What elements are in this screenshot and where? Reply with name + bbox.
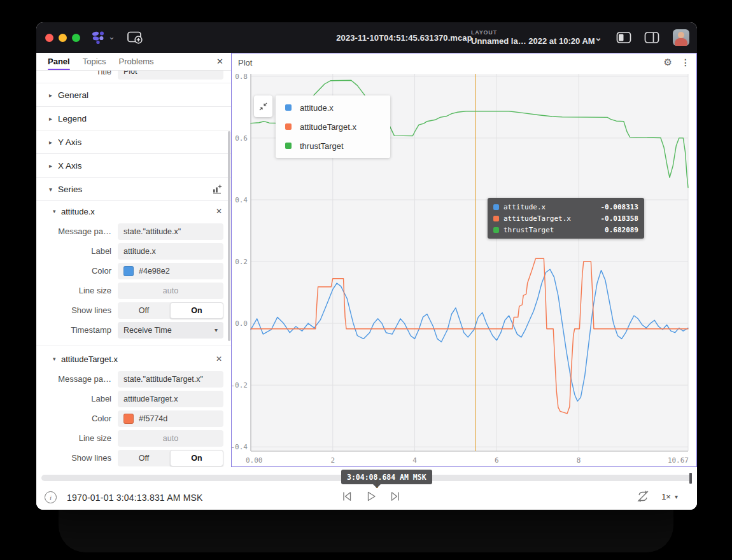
speed-value: 1× <box>661 492 671 501</box>
legend-item-attitude-target-x[interactable]: attitudeTarget.x <box>276 117 390 136</box>
line-size-label: Line size <box>36 286 118 295</box>
current-timestamp[interactable]: 1970-01-01 3:04:13.831 AM MSK <box>67 493 203 503</box>
section-x-axis[interactable]: ▸ X Axis <box>36 154 231 178</box>
svg-text:-0.4: -0.4 <box>232 443 248 451</box>
legend-item-thrust-target[interactable]: thrustTarget <box>276 136 390 155</box>
section-x-axis-label: X Axis <box>58 161 82 171</box>
chart-area: 0.80.60.40.20.0-0.2-0.40.00246810.67 att… <box>232 71 696 466</box>
tab-topics[interactable]: Topics <box>83 53 106 70</box>
scrubber-playhead-marker[interactable] <box>689 473 692 484</box>
panel-settings-gear-icon[interactable]: ⚙ <box>664 57 672 68</box>
sidebar-close-icon[interactable]: ✕ <box>216 57 223 66</box>
tab-panel[interactable]: Panel <box>48 53 70 70</box>
close-window-button[interactable] <box>45 34 53 42</box>
legend-item-attitude-x[interactable]: attitude.x <box>276 98 390 117</box>
line-size-input[interactable]: auto <box>118 430 223 447</box>
series-color-input[interactable]: #f5774d <box>118 410 223 427</box>
series-label-input[interactable]: attitudeTarget.x <box>118 391 223 407</box>
section-y-axis-label: Y Axis <box>58 137 81 147</box>
foxglove-logo-icon[interactable] <box>90 31 107 45</box>
section-legend-label: Legend <box>58 114 87 123</box>
message-path-input[interactable]: state."attitudeTarget.x" <box>118 371 223 388</box>
remove-series-icon[interactable]: ✕ <box>216 354 222 363</box>
legend-label: thrustTarget <box>300 141 344 151</box>
layout-selector[interactable]: LAYOUT Unnamed la… 2022 at 10:20 AM <box>471 29 605 46</box>
play-button[interactable] <box>365 490 377 503</box>
show-lines-off[interactable]: Off <box>118 450 170 466</box>
left-sidebar-toggle-icon[interactable] <box>616 31 632 45</box>
user-avatar[interactable] <box>673 29 689 46</box>
seek-forward-button[interactable] <box>389 490 402 503</box>
tooltip-swatch <box>493 216 499 221</box>
zoom-window-button[interactable] <box>72 34 80 42</box>
legend-label: attitude.x <box>300 103 334 113</box>
section-general[interactable]: ▸ General <box>36 83 231 107</box>
remove-series-icon[interactable]: ✕ <box>216 207 222 216</box>
plot-panel-header[interactable]: Plot ⚙ ⋮ <box>232 53 696 71</box>
show-lines-label: Show lines <box>36 305 118 315</box>
line-size-input[interactable]: auto <box>118 283 223 299</box>
show-lines-off[interactable]: Off <box>118 302 170 319</box>
timestamp-value: Receive Time <box>123 326 172 335</box>
caret-right-icon: ▸ <box>49 139 58 146</box>
sidebar-scrollbar[interactable] <box>228 131 230 341</box>
playback-speed-select[interactable]: 1× ▾ <box>661 492 678 501</box>
settings-sidebar: Panel Topics Problems ✕ Title Plot ▸ Gen… <box>36 53 231 467</box>
color-swatch[interactable] <box>123 414 134 424</box>
svg-text:-0.2: -0.2 <box>232 381 248 389</box>
series-header-attitude-target-x[interactable]: ▾ attitudeTarget.x ✕ <box>36 349 231 369</box>
traffic-lights <box>45 34 80 42</box>
caret-down-icon: ▾ <box>53 208 61 214</box>
info-icon[interactable]: i <box>45 491 57 503</box>
label-label: Label <box>36 246 118 256</box>
legend-collapse-button[interactable] <box>254 95 272 117</box>
plot-legend: attitude.x attitudeTarget.x thrustTarget <box>276 95 390 158</box>
color-swatch[interactable] <box>123 266 134 276</box>
series-color-input[interactable]: #4e98e2 <box>118 263 223 279</box>
right-sidebar-toggle-icon[interactable] <box>644 31 660 45</box>
color-hex-value: #f5774d <box>139 414 167 423</box>
show-lines-on[interactable]: On <box>170 450 223 466</box>
minimize-window-button[interactable] <box>59 34 67 42</box>
app-menu-chevron-icon[interactable]: ⌄ <box>108 32 115 41</box>
svg-text:0.6: 0.6 <box>235 134 248 143</box>
collapse-arrows-icon <box>258 102 268 111</box>
section-series[interactable]: ▾ Series <box>36 178 231 201</box>
loop-off-icon[interactable] <box>636 490 650 503</box>
timestamp-select[interactable]: Receive Time ▾ <box>118 322 223 339</box>
sidebar-tabs: Panel Topics Problems ✕ <box>36 53 231 71</box>
message-path-input[interactable]: state."attitude.x" <box>118 223 223 240</box>
series-header-attitude-x[interactable]: ▾ attitude.x ✕ <box>36 201 231 221</box>
section-legend[interactable]: ▸ Legend <box>36 107 231 130</box>
seek-backward-button[interactable] <box>341 490 353 503</box>
add-panel-icon[interactable] <box>127 31 143 45</box>
show-lines-label: Show lines <box>36 453 118 463</box>
section-y-axis[interactable]: ▸ Y Axis <box>36 130 231 154</box>
layout-chevron-icon[interactable]: ⌄ <box>595 32 602 43</box>
title-field-row-clipped: Title Plot <box>36 71 231 83</box>
tooltip-row: attitude.x -0.008313 <box>493 201 638 213</box>
svg-text:0.2: 0.2 <box>235 258 248 266</box>
section-general-label: General <box>58 90 88 100</box>
panel-title-input[interactable]: Plot <box>118 71 223 80</box>
scrub-time-text: 3:04:08.684 AM MSK <box>347 473 426 482</box>
series-name: attitude.x <box>61 207 95 216</box>
add-series-icon[interactable] <box>212 184 222 194</box>
tooltip-series-name: attitudeTarget.x <box>503 214 600 223</box>
svg-text:0.00: 0.00 <box>246 456 263 465</box>
plot-panel[interactable]: Plot ⚙ ⋮ 0.80.60.40.20.0-0.2-0.40.002468… <box>231 53 697 467</box>
caret-down-icon: ▾ <box>675 493 678 500</box>
panel-menu-kebab-icon[interactable]: ⋮ <box>681 57 690 67</box>
scrub-time-tooltip: 3:04:08.684 AM MSK <box>341 470 432 484</box>
sidebar-scroll-area[interactable]: Title Plot ▸ General ▸ Legend ▸ Y Axis <box>36 71 231 467</box>
show-lines-on[interactable]: On <box>170 302 223 319</box>
label-label: Label <box>36 394 118 403</box>
show-lines-toggle: Off On <box>118 302 223 319</box>
series-label-input[interactable]: attitude.x <box>118 243 223 260</box>
svg-text:0.8: 0.8 <box>235 73 248 81</box>
tooltip-swatch <box>493 204 499 210</box>
plot-panel-title: Plot <box>238 58 252 67</box>
timestamp-label: Timestamp <box>36 325 118 335</box>
tooltip-series-name: attitude.x <box>503 203 600 211</box>
tab-problems[interactable]: Problems <box>119 53 154 70</box>
